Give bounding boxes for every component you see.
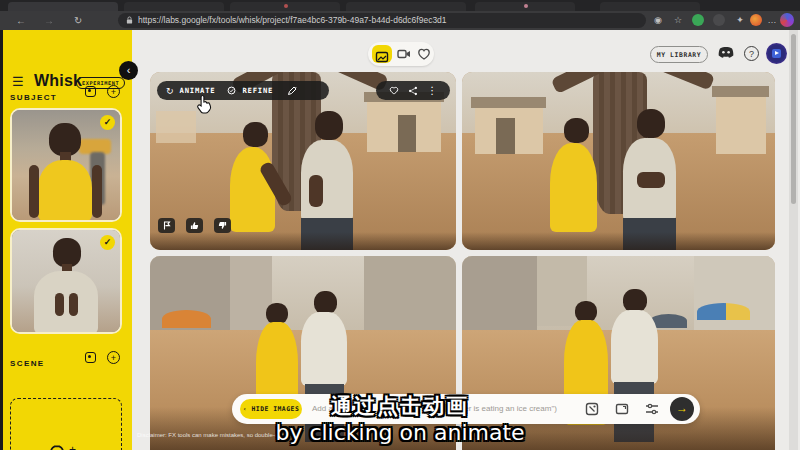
subject-woman-arm: [92, 165, 102, 218]
thumbs-down-button[interactable]: [214, 218, 231, 233]
flag-button[interactable]: [158, 218, 175, 233]
sidebar: ☰ Whisk EXPERIMENT SUBJECT + ✓: [0, 30, 132, 450]
sidebar-collapse-button[interactable]: ‹: [119, 61, 138, 80]
video-mode-icon[interactable]: [396, 46, 412, 62]
images-mode-selected[interactable]: [372, 45, 392, 63]
subtitle-chinese: 通过点击动画: [331, 392, 469, 420]
subject-woman-yellow-top: [38, 160, 92, 222]
scene-plus-icon: +: [69, 443, 76, 450]
browser-menu-icon[interactable]: …: [764, 12, 780, 28]
favorites-heart-icon[interactable]: [416, 46, 432, 62]
aspect-ratio-icon[interactable]: [614, 401, 630, 417]
disclaimer-text: Disclaimer: FX tools can make mistakes, …: [137, 432, 295, 438]
subject-man-shirt: [34, 271, 99, 334]
browser-tab-strip: [0, 0, 800, 11]
subject-card-woman[interactable]: ✓: [10, 108, 122, 222]
browser-forward-icon[interactable]: →: [44, 11, 54, 30]
extension-icon-green[interactable]: [692, 14, 704, 26]
main-content: MY LIBRARY ?: [132, 30, 800, 450]
extension-star-icon[interactable]: ✦: [732, 12, 748, 28]
my-library-button[interactable]: MY LIBRARY: [650, 46, 708, 63]
browser-back-icon[interactable]: ←: [16, 11, 26, 30]
settings-sliders-icon[interactable]: [644, 401, 660, 417]
hide-images-button[interactable]: ‹ HIDE IMAGES: [240, 399, 302, 419]
generated-image-2[interactable]: [462, 72, 775, 250]
lock-icon: [126, 16, 133, 24]
subject-man-hand: [69, 293, 78, 315]
selected-check-icon[interactable]: ✓: [100, 235, 115, 250]
image-mode-icon: [374, 49, 390, 65]
image-social-toolbar: ⋮: [376, 81, 450, 100]
browser-profile-avatar[interactable]: [780, 13, 794, 27]
mode-switcher: [368, 42, 434, 66]
subtitle-english: by clicking on animate: [275, 420, 524, 445]
favorite-heart-icon[interactable]: [389, 86, 399, 95]
scene-section-label: SCENE: [10, 359, 45, 368]
tab-favicon: [524, 4, 528, 8]
discord-icon[interactable]: [717, 45, 735, 59]
thumbs-up-button[interactable]: [186, 218, 203, 233]
subject-woman-arm: [29, 165, 39, 218]
subject-man-hand: [55, 293, 64, 315]
user-avatar[interactable]: [766, 43, 787, 64]
subject-add-icon[interactable]: +: [107, 85, 120, 98]
subject-man-head: [53, 238, 81, 267]
reading-mode-icon[interactable]: ◉: [650, 12, 666, 28]
browser-reload-icon[interactable]: ↻: [74, 11, 82, 30]
scrollbar-thumb[interactable]: [791, 34, 796, 204]
subject-card-man[interactable]: ✓: [10, 228, 122, 334]
edit-prompt-icon[interactable]: [287, 86, 297, 96]
generated-image-1[interactable]: ↻ ANIMATE REFINE: [150, 72, 456, 250]
scene-shuffle-icon[interactable]: [85, 352, 96, 363]
share-icon[interactable]: [408, 86, 418, 96]
generate-submit-button[interactable]: →: [670, 397, 694, 421]
image-action-toolbar: ↻ ANIMATE REFINE: [157, 81, 329, 100]
browser-tab[interactable]: [124, 2, 224, 11]
help-icon[interactable]: ?: [744, 46, 759, 61]
url-field[interactable]: https://labs.google/fx/tools/whisk/proje…: [118, 13, 646, 28]
browser-tab[interactable]: [8, 2, 118, 11]
extension-icon-orange[interactable]: [750, 14, 762, 26]
browser-tab[interactable]: [600, 2, 700, 11]
subject-shuffle-icon[interactable]: [85, 86, 96, 97]
location-pin-icon: [49, 445, 65, 450]
extension-icon-dark[interactable]: [713, 14, 725, 26]
refine-icon: [227, 86, 236, 95]
hand-cursor-icon: [196, 94, 213, 114]
refine-button[interactable]: REFINE: [242, 86, 273, 95]
more-options-icon[interactable]: ⋮: [427, 85, 437, 96]
window-left-edge: [0, 30, 3, 450]
browser-tab[interactable]: [346, 2, 466, 11]
animate-spin-icon: ↻: [166, 86, 174, 96]
subject-section-label: SUBJECT: [10, 93, 57, 102]
tab-favicon: [284, 4, 288, 8]
favorite-star-icon[interactable]: ☆: [670, 12, 686, 28]
selected-check-icon[interactable]: ✓: [100, 115, 115, 130]
whisk-app-window: ← → ↻ https://labs.google/fx/tools/whisk…: [0, 0, 800, 450]
scene-drop-zone[interactable]: +: [10, 398, 122, 450]
inspire-dice-icon[interactable]: [584, 401, 600, 417]
scene-add-icon[interactable]: +: [107, 351, 120, 364]
